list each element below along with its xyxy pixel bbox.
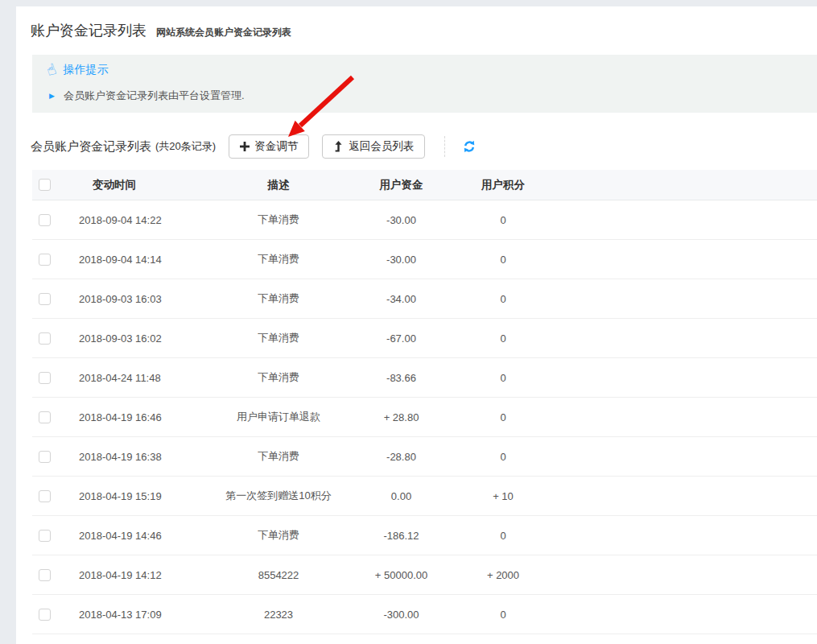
page-subtitle: 网站系统会员账户资金记录列表 [156,27,291,38]
cell-desc: 下单消费 [225,240,332,279]
hand-pointer-icon: ☝ [44,61,58,79]
cell-points: + 10 [471,477,535,515]
row-checkbox-cell [32,516,71,555]
cell-points: 0 [471,398,535,436]
row-checkbox-cell [32,200,71,239]
cell-spacer [535,200,817,239]
row-checkbox[interactable] [39,411,51,423]
cell-funds: + 50000.00 [332,555,471,594]
select-all-checkbox[interactable] [39,179,51,191]
row-checkbox[interactable] [39,569,51,581]
cell-time: 2018-04-19 14:12 [71,555,225,594]
tips-header: ☝ 操作提示 [47,62,109,77]
page-title: 账户资金记录列表 [31,23,146,39]
cell-funds: -30.00 [332,240,471,279]
cell-desc: 下单消费 [225,437,332,476]
row-checkbox[interactable] [39,372,51,384]
tips-item-text: 会员账户资金记录列表由平台设置管理. [64,89,245,103]
level-up-icon [333,141,344,152]
back-to-members-button[interactable]: 返回会员列表 [322,134,425,159]
cell-time: 2018-09-03 16:03 [71,279,225,318]
cell-spacer [535,358,817,397]
cell-points: 0 [471,595,535,634]
row-checkbox[interactable] [39,332,51,345]
table-row: 2018-04-19 16:46用户申请订单退款+ 28.800 [32,398,817,437]
column-header-spacer [535,170,817,200]
row-checkbox[interactable] [39,490,51,502]
bullet-triangle-icon: ▶ [49,93,55,100]
table-row: 2018-09-04 14:14下单消费-30.000 [32,240,817,279]
cell-points: 0 [471,279,535,318]
cell-spacer [535,279,817,318]
column-header-funds: 用户资金 [332,170,471,200]
row-checkbox-cell [32,240,71,279]
row-checkbox[interactable] [39,530,51,542]
table-row: 2018-09-04 14:22下单消费-30.000 [32,200,817,240]
table-row: 2018-04-13 17:0922323-300.000 [32,595,817,634]
cell-desc: 下单消费 [225,516,332,555]
cell-desc: 8554222 [225,555,332,594]
cell-spacer [535,319,817,357]
cell-time: 2018-04-19 14:46 [71,516,225,555]
cell-desc: 下单消费 [225,319,332,357]
fund-adjust-button[interactable]: 资金调节 [229,134,309,159]
fund-adjust-button-label: 资金调节 [254,139,298,154]
table-row: 2018-04-19 14:128554222+ 50000.00+ 2000 [32,555,817,595]
plus-icon [240,142,250,151]
row-checkbox-cell [32,477,71,515]
table-row: 2018-09-03 16:03下单消费-34.000 [32,279,817,319]
page-header: 账户资金记录列表网站系统会员账户资金记录列表 [31,21,291,40]
back-to-members-button-label: 返回会员列表 [349,139,414,154]
tips-title: 操作提示 [64,63,109,77]
row-checkbox[interactable] [39,293,51,305]
cell-funds: -34.00 [332,279,471,318]
cell-points: 0 [471,319,535,357]
cell-desc: 用户申请订单退款 [225,398,332,436]
cell-time: 2018-09-04 14:22 [71,200,225,239]
row-checkbox-cell [32,555,71,594]
cell-time: 2018-04-19 15:19 [71,477,225,515]
cell-points: 0 [471,358,535,397]
refresh-icon[interactable] [463,140,476,153]
column-header-time: 变动时间 [71,170,225,200]
list-toolbar: 会员账户资金记录列表 (共20条记录) 资金调节 返回会员列表 [31,134,817,159]
cell-time: 2018-04-24 11:48 [71,358,225,397]
cell-spacer [535,516,817,555]
cell-funds: -83.66 [332,358,471,397]
table-header-row: 变动时间 描述 用户资金 用户积分 [32,170,817,200]
row-checkbox-cell [32,358,71,397]
cell-time: 2018-04-13 17:09 [71,595,225,634]
content-panel: 账户资金记录列表网站系统会员账户资金记录列表 ☝ 操作提示 ▶ 会员账户资金记录… [16,6,817,644]
cell-time: 2018-09-03 16:02 [71,319,225,357]
cell-spacer [535,555,817,594]
cell-funds: + 28.80 [332,398,471,436]
cell-spacer [535,437,817,476]
table-row: 2018-04-19 14:46下单消费-186.120 [32,516,817,555]
records-table: 变动时间 描述 用户资金 用户积分 2018-09-04 14:22下单消费-3… [32,170,817,634]
row-checkbox[interactable] [39,609,51,621]
row-checkbox[interactable] [39,214,51,226]
cell-desc: 下单消费 [225,358,332,397]
table-row: 2018-04-19 15:19第一次签到赠送10积分0.00+ 10 [32,477,817,516]
row-checkbox-cell [32,279,71,318]
record-count: (共20条记录) [155,139,216,154]
cell-points: 0 [471,437,535,476]
list-title: 会员账户资金记录列表 [31,139,151,155]
row-checkbox[interactable] [39,451,51,463]
cell-funds: 0.00 [332,477,471,515]
row-checkbox-cell [32,398,71,436]
cell-desc: 22323 [225,595,332,634]
cell-funds: -67.00 [332,319,471,357]
cell-spacer [535,398,817,436]
table-row: 2018-04-24 11:48下单消费-83.660 [32,358,817,398]
column-header-desc: 描述 [225,170,332,200]
cell-funds: -30.00 [332,200,471,239]
cell-points: 0 [471,200,535,239]
column-header-points: 用户积分 [471,170,535,200]
cell-spacer [535,595,817,634]
cell-spacer [535,477,817,515]
row-checkbox-cell [32,437,71,476]
row-checkbox[interactable] [39,254,51,266]
tips-item: ▶ 会员账户资金记录列表由平台设置管理. [49,89,245,103]
cell-points: 0 [471,240,535,279]
